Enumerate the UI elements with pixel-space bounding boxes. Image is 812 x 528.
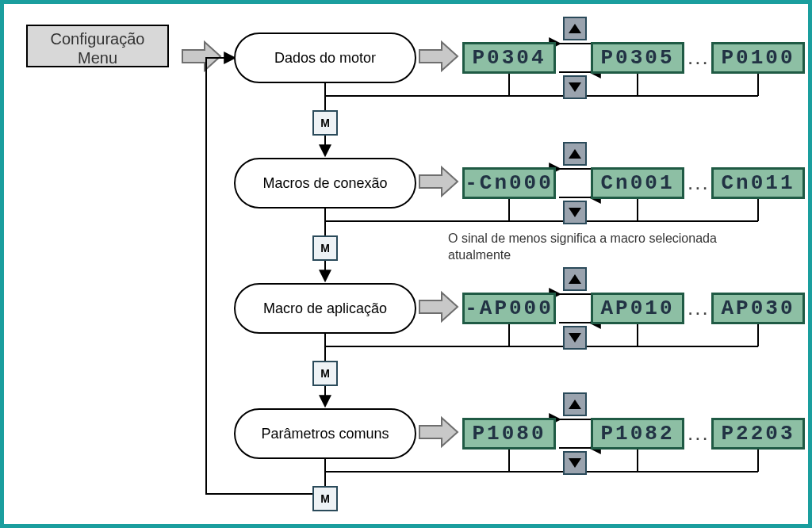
lcd-value: P1080 (472, 422, 546, 446)
lcd-display: P0304 (462, 42, 556, 74)
down-arrow-button[interactable] (563, 75, 587, 99)
lcd-value: P0100 (721, 46, 795, 70)
lcd-value: AP030 (721, 297, 795, 320)
triangle-down-icon (569, 208, 581, 217)
lcd-display: P0305 (591, 42, 684, 74)
note-text: O sinal de menos significa a macro selec… (448, 231, 749, 264)
triangle-down-icon (569, 458, 581, 468)
m-label: M (320, 492, 330, 505)
lcd-display: AP010 (591, 293, 684, 324)
triangle-up-icon (569, 24, 581, 33)
lcd-value: -Cn000 (465, 171, 553, 195)
step-application-macro: Macro de aplicação (234, 283, 416, 334)
down-arrow-button[interactable] (563, 451, 587, 475)
lcd-display: P0100 (711, 42, 805, 74)
triangle-down-icon (569, 82, 581, 92)
lcd-value: -AP000 (465, 297, 553, 320)
lcd-value: Cn001 (600, 171, 674, 195)
triangle-up-icon (569, 149, 581, 159)
lcd-value: P1082 (600, 422, 674, 446)
step-label: Dados do motor (274, 50, 376, 67)
m-button[interactable]: M (312, 110, 338, 136)
down-arrow-button[interactable] (563, 201, 587, 224)
triangle-up-icon (569, 400, 581, 409)
up-arrow-button[interactable] (563, 17, 587, 40)
m-label: M (320, 117, 330, 129)
step-motor-data: Dados do motor (234, 33, 416, 83)
lcd-display: AP030 (711, 293, 805, 324)
up-arrow-button[interactable] (563, 142, 587, 166)
ellipsis: ... (688, 45, 710, 70)
ellipsis: ... (688, 296, 710, 320)
triangle-down-icon (569, 333, 581, 342)
down-arrow-button[interactable] (563, 326, 587, 350)
step-connection-macros: Macros de conexão (234, 158, 416, 209)
up-arrow-button[interactable] (563, 267, 587, 291)
m-button[interactable]: M (312, 235, 338, 261)
lcd-display: Cn001 (591, 167, 684, 199)
m-label: M (320, 367, 330, 380)
m-label: M (320, 242, 330, 254)
lcd-value: P0304 (472, 46, 546, 70)
up-arrow-button[interactable] (563, 392, 587, 416)
ellipsis: ... (688, 170, 710, 195)
lcd-display: P2203 (711, 418, 805, 450)
config-menu-box: Configuração Menu (26, 25, 169, 67)
step-label: Macro de aplicação (263, 300, 387, 317)
lcd-value: P0305 (600, 46, 674, 70)
config-line1: Configuração (28, 29, 167, 48)
lcd-value: P2203 (721, 422, 795, 446)
step-label: Macros de conexão (262, 175, 387, 192)
step-label: Parâmetros comuns (261, 426, 389, 442)
diagram-canvas: Configuração Menu Dados do motor P0304 P… (0, 0, 812, 528)
lcd-display: P1080 (462, 418, 556, 450)
lcd-display: Cn011 (711, 167, 805, 199)
lcd-value: AP010 (600, 297, 674, 320)
step-common-parameters: Parâmetros comuns (234, 408, 416, 459)
triangle-up-icon (569, 274, 581, 284)
lcd-display: P1082 (591, 418, 684, 450)
ellipsis: ... (688, 421, 710, 446)
m-button[interactable]: M (312, 361, 338, 386)
lcd-display: -AP000 (462, 293, 556, 324)
config-line2: Menu (28, 48, 167, 67)
lcd-value: Cn011 (721, 171, 795, 195)
lcd-display: -Cn000 (462, 167, 556, 199)
m-button[interactable]: M (312, 486, 338, 511)
